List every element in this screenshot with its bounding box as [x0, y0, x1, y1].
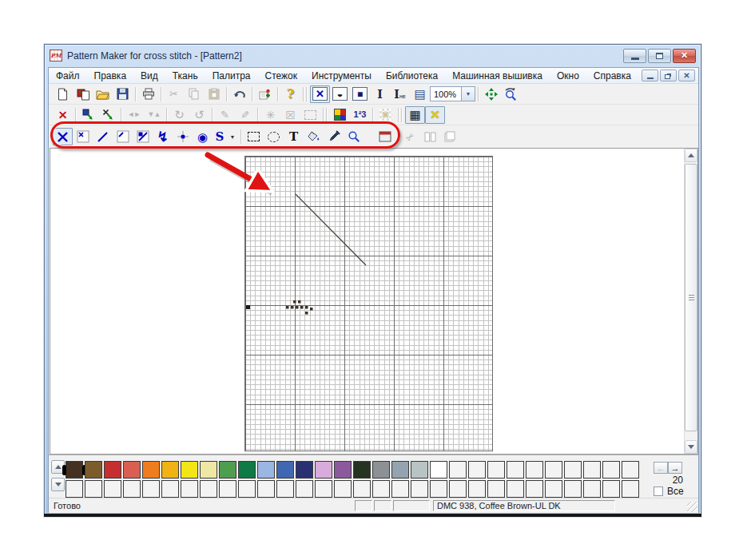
open-button[interactable]: [93, 85, 113, 103]
new-from-image-button[interactable]: [73, 85, 93, 103]
ellipse-select-tool[interactable]: [264, 128, 284, 145]
print-button[interactable]: [138, 85, 158, 103]
import-design-button[interactable]: [255, 85, 275, 103]
color-swatch[interactable]: [507, 480, 524, 498]
view-full-stitches-button[interactable]: ✕: [310, 85, 330, 103]
scrollbar-thumb[interactable]: [685, 164, 697, 431]
color-swatch[interactable]: [468, 461, 486, 479]
remove-stitches-button[interactable]: ✳: [260, 106, 280, 124]
color-swatch[interactable]: [219, 480, 236, 498]
color-swatch[interactable]: [507, 461, 524, 479]
titlebar[interactable]: PM Pattern Maker for cross stitch - [Pat…: [45, 45, 701, 66]
zoom-level-field[interactable]: 100%: [430, 86, 462, 101]
flip-horizontal-button[interactable]: ◄►: [124, 106, 144, 124]
rectangle-select-tool[interactable]: [244, 128, 264, 145]
color-swatch[interactable]: [353, 461, 371, 479]
export-machine-button[interactable]: [375, 128, 395, 145]
color-swatch[interactable]: [372, 461, 390, 479]
zoom-previous-button[interactable]: [501, 85, 521, 103]
menu-item-5[interactable]: Стежок: [258, 68, 305, 84]
color-swatch[interactable]: [602, 480, 620, 498]
mdi-minimize-button[interactable]: [642, 70, 658, 81]
clip-region-button[interactable]: ☒: [280, 106, 300, 124]
color-swatch[interactable]: [219, 461, 236, 479]
color-swatch[interactable]: [181, 480, 198, 498]
fit-to-window-button[interactable]: [481, 85, 501, 103]
mdi-close-button[interactable]: ✕: [678, 70, 695, 81]
view-information-button[interactable]: ▤: [410, 85, 430, 103]
resize-grip[interactable]: [687, 502, 697, 512]
scroll-down-button[interactable]: [685, 440, 697, 454]
color-swatch[interactable]: [526, 480, 543, 498]
machine-stitch-button[interactable]: ✂: [400, 128, 420, 145]
menu-item-7[interactable]: Библиотека: [379, 68, 445, 84]
rotate-cw-button[interactable]: ↻: [169, 106, 189, 124]
color-swatch[interactable]: [372, 480, 390, 498]
split-view-button[interactable]: [420, 128, 440, 145]
color-swatch[interactable]: [545, 461, 562, 479]
selection-frame-button[interactable]: [300, 106, 320, 124]
color-swatch[interactable]: [296, 480, 313, 498]
delete-button[interactable]: ✕: [53, 106, 73, 124]
color-swatch[interactable]: [353, 480, 371, 498]
color-swatch[interactable]: [161, 480, 179, 498]
menu-item-10[interactable]: Справка: [586, 68, 638, 84]
palette-scroll-down-button[interactable]: [51, 478, 65, 491]
color-swatch[interactable]: [583, 461, 601, 479]
color-swatch[interactable]: [85, 480, 102, 498]
color-swatch[interactable]: [257, 480, 275, 498]
color-swatch[interactable]: [622, 461, 639, 479]
paste-button[interactable]: [204, 85, 224, 103]
palette-editor-button[interactable]: [330, 106, 350, 124]
color-swatch[interactable]: [142, 461, 160, 479]
color-swatch[interactable]: [468, 480, 486, 498]
minimize-button[interactable]: [623, 49, 646, 63]
view-half-stitches-button[interactable]: ◒: [330, 85, 350, 103]
vertical-scrollbar[interactable]: [684, 149, 697, 454]
text-tool[interactable]: T: [284, 128, 304, 145]
toggle-grid-button[interactable]: ▦: [405, 106, 425, 124]
color-swatch[interactable]: [66, 461, 83, 479]
flip-vertical-button[interactable]: ▼▲: [144, 106, 164, 124]
eyedropper-tool[interactable]: [324, 128, 344, 145]
french-knot-tool[interactable]: [173, 128, 193, 145]
color-swatch[interactable]: [334, 480, 352, 498]
menu-item-3[interactable]: Ткань: [165, 68, 205, 84]
color-swatch[interactable]: [526, 461, 543, 479]
color-swatch[interactable]: [487, 461, 505, 479]
color-swatch[interactable]: [430, 461, 447, 479]
color-swatch[interactable]: [430, 480, 447, 498]
color-swatch[interactable]: [449, 461, 467, 479]
color-numbers-button[interactable]: 1²3: [350, 106, 370, 124]
petite-stitch-tool[interactable]: [73, 128, 93, 145]
special-stitch-tool[interactable]: S: [213, 128, 227, 145]
close-button[interactable]: ✕: [673, 49, 696, 63]
color-swatch[interactable]: [545, 480, 562, 498]
quarter-stitch-tool[interactable]: [113, 128, 133, 145]
cut-button[interactable]: ✂: [164, 85, 184, 103]
color-swatch[interactable]: [487, 480, 505, 498]
pattern-canvas[interactable]: [50, 148, 698, 455]
bead-tool[interactable]: ◉: [193, 128, 213, 145]
undo-button[interactable]: [229, 85, 249, 103]
replace-color-button[interactable]: [78, 106, 98, 124]
color-swatch[interactable]: [181, 461, 198, 479]
zoom-tool[interactable]: [344, 128, 364, 145]
mdi-restore-button[interactable]: [660, 70, 677, 81]
color-swatch[interactable]: [602, 461, 620, 479]
menu-item-9[interactable]: Окно: [550, 68, 586, 84]
view-symbols-button[interactable]: I: [370, 85, 390, 103]
scroll-up-button[interactable]: [685, 149, 697, 162]
stamp-tool-button[interactable]: ✎: [215, 106, 235, 124]
menu-item-1[interactable]: Правка: [87, 68, 134, 84]
palette-next-button[interactable]: →: [668, 462, 682, 474]
color-swatch[interactable]: [238, 461, 256, 479]
color-swatch[interactable]: [296, 461, 313, 479]
color-swatch[interactable]: [123, 461, 141, 479]
color-swatch[interactable]: [276, 461, 294, 479]
color-swatch[interactable]: [85, 461, 102, 479]
view-solid-button[interactable]: ■: [350, 85, 370, 103]
full-cross-stitch-tool[interactable]: [53, 128, 73, 145]
color-swatch[interactable]: [564, 480, 582, 498]
three-quarter-stitch-tool[interactable]: [133, 128, 153, 145]
